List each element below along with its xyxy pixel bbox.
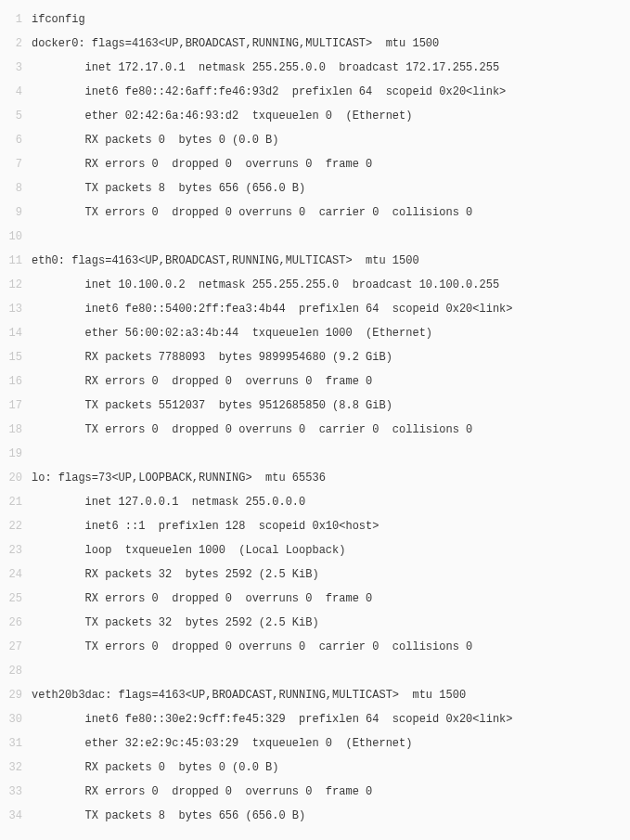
code-block: 1ifconfig2docker0: flags=4163<UP,BROADCA… (0, 7, 630, 828)
line-content: ether 02:42:6a:46:93:d2 txqueuelen 0 (Et… (32, 104, 630, 128)
code-line: 23 loop txqueuelen 1000 (Local Loopback) (0, 538, 630, 562)
code-line: 34 TX packets 8 bytes 656 (656.0 B) (0, 804, 630, 828)
line-number: 6 (0, 128, 32, 152)
line-number: 27 (0, 635, 32, 659)
code-line: 16 RX errors 0 dropped 0 overruns 0 fram… (0, 369, 630, 394)
line-number: 13 (0, 297, 32, 321)
code-line: 9 TX errors 0 dropped 0 overruns 0 carri… (0, 200, 630, 225)
code-line: 28 (0, 659, 630, 683)
code-line: 25 RX errors 0 dropped 0 overruns 0 fram… (0, 587, 630, 611)
line-number: 14 (0, 321, 32, 345)
code-line: 19 (0, 442, 630, 466)
line-content: TX packets 5512037 bytes 9512685850 (8.8… (32, 394, 630, 418)
line-number: 23 (0, 538, 32, 562)
line-number: 21 (0, 490, 32, 514)
line-number: 24 (0, 562, 32, 587)
line-content: TX packets 8 bytes 656 (656.0 B) (32, 176, 630, 200)
line-content: docker0: flags=4163<UP,BROADCAST,RUNNING… (32, 32, 630, 56)
code-line: 22 inet6 ::1 prefixlen 128 scopeid 0x10<… (0, 514, 630, 538)
code-line: 17 TX packets 5512037 bytes 9512685850 (… (0, 394, 630, 418)
line-number: 20 (0, 466, 32, 490)
code-line: 24 RX packets 32 bytes 2592 (2.5 KiB) (0, 562, 630, 587)
line-number: 7 (0, 152, 32, 176)
line-content: RX errors 0 dropped 0 overruns 0 frame 0 (32, 152, 630, 176)
code-line: 11eth0: flags=4163<UP,BROADCAST,RUNNING,… (0, 249, 630, 273)
line-number: 12 (0, 273, 32, 297)
line-number: 16 (0, 369, 32, 394)
line-content: inet6 fe80::42:6aff:fe46:93d2 prefixlen … (32, 80, 630, 104)
code-line: 18 TX errors 0 dropped 0 overruns 0 carr… (0, 418, 630, 442)
line-content: RX packets 0 bytes 0 (0.0 B) (32, 128, 630, 152)
line-content: RX packets 32 bytes 2592 (2.5 KiB) (32, 562, 630, 587)
line-content: eth0: flags=4163<UP,BROADCAST,RUNNING,MU… (32, 249, 630, 273)
code-line: 21 inet 127.0.0.1 netmask 255.0.0.0 (0, 490, 630, 514)
line-content: loop txqueuelen 1000 (Local Loopback) (32, 538, 630, 562)
line-number: 25 (0, 587, 32, 611)
line-content: ifconfig (32, 7, 630, 32)
line-number: 31 (0, 731, 32, 756)
line-content: veth20b3dac: flags=4163<UP,BROADCAST,RUN… (32, 683, 630, 707)
code-line: 27 TX errors 0 dropped 0 overruns 0 carr… (0, 635, 630, 659)
line-content: TX packets 8 bytes 656 (656.0 B) (32, 804, 630, 828)
code-line: 33 RX errors 0 dropped 0 overruns 0 fram… (0, 780, 630, 804)
code-line: 31 ether 32:e2:9c:45:03:29 txqueuelen 0 … (0, 731, 630, 756)
line-content: lo: flags=73<UP,LOOPBACK,RUNNING> mtu 65… (32, 466, 630, 490)
line-number: 9 (0, 200, 32, 225)
code-line: 14 ether 56:00:02:a3:4b:44 txqueuelen 10… (0, 321, 630, 345)
line-content: TX errors 0 dropped 0 overruns 0 carrier… (32, 200, 630, 225)
code-line: 30 inet6 fe80::30e2:9cff:fe45:329 prefix… (0, 707, 630, 731)
code-line: 26 TX packets 32 bytes 2592 (2.5 KiB) (0, 611, 630, 635)
line-number: 34 (0, 804, 32, 828)
line-number: 5 (0, 104, 32, 128)
line-content: inet6 fe80::5400:2ff:fea3:4b44 prefixlen… (32, 297, 630, 321)
line-number: 26 (0, 611, 32, 635)
line-content: inet6 fe80::30e2:9cff:fe45:329 prefixlen… (32, 707, 630, 731)
line-number: 18 (0, 418, 32, 442)
line-number: 19 (0, 442, 32, 466)
code-line: 4 inet6 fe80::42:6aff:fe46:93d2 prefixle… (0, 80, 630, 104)
line-number: 3 (0, 56, 32, 80)
line-number: 30 (0, 707, 32, 731)
line-number: 8 (0, 176, 32, 200)
code-line: 20lo: flags=73<UP,LOOPBACK,RUNNING> mtu … (0, 466, 630, 490)
line-content: RX errors 0 dropped 0 overruns 0 frame 0 (32, 780, 630, 804)
line-content: RX errors 0 dropped 0 overruns 0 frame 0 (32, 369, 630, 394)
line-content: RX packets 7788093 bytes 9899954680 (9.2… (32, 345, 630, 369)
line-content: inet 10.100.0.2 netmask 255.255.255.0 br… (32, 273, 630, 297)
code-line: 3 inet 172.17.0.1 netmask 255.255.0.0 br… (0, 56, 630, 80)
line-number: 17 (0, 394, 32, 418)
line-number: 15 (0, 345, 32, 369)
line-number: 10 (0, 225, 32, 249)
line-content: TX errors 0 dropped 0 overruns 0 carrier… (32, 635, 630, 659)
line-content: TX packets 32 bytes 2592 (2.5 KiB) (32, 611, 630, 635)
line-number: 22 (0, 514, 32, 538)
code-line: 1ifconfig (0, 7, 630, 32)
code-line: 12 inet 10.100.0.2 netmask 255.255.255.0… (0, 273, 630, 297)
line-content: TX errors 0 dropped 0 overruns 0 carrier… (32, 418, 630, 442)
code-line: 29veth20b3dac: flags=4163<UP,BROADCAST,R… (0, 683, 630, 707)
line-content: ether 56:00:02:a3:4b:44 txqueuelen 1000 … (32, 321, 630, 345)
line-number: 33 (0, 780, 32, 804)
line-number: 4 (0, 80, 32, 104)
line-number: 1 (0, 7, 32, 32)
line-number: 29 (0, 683, 32, 707)
line-number: 32 (0, 756, 32, 780)
line-number: 28 (0, 659, 32, 683)
line-number: 2 (0, 32, 32, 56)
code-line: 13 inet6 fe80::5400:2ff:fea3:4b44 prefix… (0, 297, 630, 321)
line-content: ether 32:e2:9c:45:03:29 txqueuelen 0 (Et… (32, 731, 630, 756)
line-content: inet 127.0.0.1 netmask 255.0.0.0 (32, 490, 630, 514)
code-line: 8 TX packets 8 bytes 656 (656.0 B) (0, 176, 630, 200)
line-content: inet 172.17.0.1 netmask 255.255.0.0 broa… (32, 56, 630, 80)
line-number: 11 (0, 249, 32, 273)
code-line: 7 RX errors 0 dropped 0 overruns 0 frame… (0, 152, 630, 176)
code-line: 15 RX packets 7788093 bytes 9899954680 (… (0, 345, 630, 369)
line-content: RX errors 0 dropped 0 overruns 0 frame 0 (32, 587, 630, 611)
code-line: 5 ether 02:42:6a:46:93:d2 txqueuelen 0 (… (0, 104, 630, 128)
line-content: inet6 ::1 prefixlen 128 scopeid 0x10<hos… (32, 514, 630, 538)
code-line: 10 (0, 225, 630, 249)
code-line: 32 RX packets 0 bytes 0 (0.0 B) (0, 756, 630, 780)
code-line: 6 RX packets 0 bytes 0 (0.0 B) (0, 128, 630, 152)
line-content: RX packets 0 bytes 0 (0.0 B) (32, 756, 630, 780)
code-line: 2docker0: flags=4163<UP,BROADCAST,RUNNIN… (0, 32, 630, 56)
